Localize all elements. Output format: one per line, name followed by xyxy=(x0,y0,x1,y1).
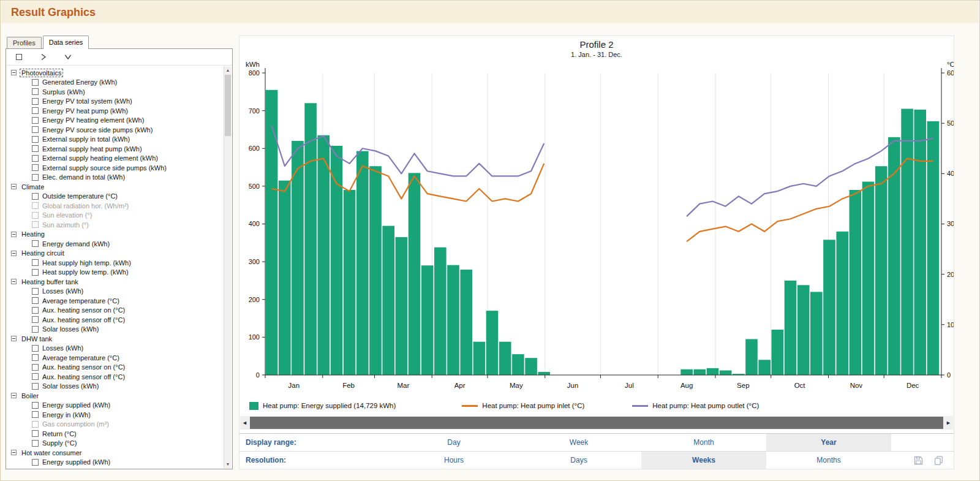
checkbox[interactable] xyxy=(32,402,39,409)
tab-data-series[interactable]: Data series xyxy=(43,36,89,49)
checkbox[interactable] xyxy=(32,259,39,266)
tree-group-label[interactable]: DHW tank xyxy=(20,335,53,343)
tree-item[interactable]: Average temperature (°C) xyxy=(9,296,224,306)
checkbox[interactable] xyxy=(32,155,39,162)
tree-item[interactable]: Energy PV heat pump (kWh) xyxy=(9,106,224,116)
checkbox[interactable] xyxy=(32,240,39,247)
checkbox[interactable] xyxy=(32,430,39,437)
scroll-down-icon[interactable]: ▼ xyxy=(224,460,232,468)
checkbox[interactable] xyxy=(32,145,39,152)
checkbox[interactable] xyxy=(32,440,39,447)
tree-scrollbar[interactable]: ▲ ▼ xyxy=(224,66,232,468)
tree-item[interactable]: Gas consumption (m³) xyxy=(9,420,224,430)
horizontal-scrollbar-thumb[interactable] xyxy=(250,417,943,429)
checkbox[interactable] xyxy=(32,288,39,295)
tree-group-label[interactable]: Heating xyxy=(20,230,46,238)
tree-group-row[interactable]: Climate xyxy=(9,182,224,192)
checkbox[interactable] xyxy=(32,345,39,352)
tree-item[interactable]: Sun azimuth (°) xyxy=(9,220,224,230)
tree-item[interactable]: Heat supply high temp. (kWh) xyxy=(9,258,224,268)
option-months[interactable]: Months xyxy=(766,452,891,469)
tree-item[interactable]: Losses (kWh) xyxy=(9,344,224,354)
checkbox[interactable] xyxy=(32,174,39,181)
tree-group-label[interactable]: Heating circuit xyxy=(20,249,66,257)
option-weeks[interactable]: Weeks xyxy=(641,452,766,469)
option-week[interactable]: Week xyxy=(516,434,641,451)
tree-group-row[interactable]: Hot water consumer xyxy=(9,448,224,458)
checkbox[interactable] xyxy=(32,126,39,133)
checkbox[interactable] xyxy=(32,326,39,333)
checkbox[interactable] xyxy=(32,373,39,380)
scroll-left-icon[interactable]: ◄ xyxy=(240,416,249,430)
checkbox[interactable] xyxy=(32,164,39,171)
checkbox[interactable] xyxy=(32,269,39,276)
tree-group-row[interactable]: Heating xyxy=(9,230,224,240)
checkbox[interactable] xyxy=(32,193,39,200)
collapse-expander-icon[interactable] xyxy=(11,184,17,189)
collapse-expander-icon[interactable] xyxy=(11,70,17,75)
tree-item[interactable]: External supply source side pumps (kWh) xyxy=(9,163,224,173)
tree-group-label[interactable]: Photovoltaics xyxy=(20,69,62,77)
checkbox[interactable] xyxy=(32,98,39,105)
tab-profiles[interactable]: Profiles xyxy=(7,37,42,48)
checkbox[interactable] xyxy=(32,383,39,390)
tree-item[interactable]: Energy PV heating element (kWh) xyxy=(9,116,224,126)
tree-item[interactable]: Generated Energy (kWh) xyxy=(9,78,224,88)
collapse-expander-icon[interactable] xyxy=(11,279,17,284)
tree-item[interactable]: Energy PV source side pumps (kWh) xyxy=(9,125,224,135)
tree-item[interactable]: Solar losses (kWh) xyxy=(9,382,224,392)
collapse-expander-icon[interactable] xyxy=(11,251,17,256)
save-icon[interactable] xyxy=(913,455,924,466)
tree-item[interactable]: Outside temperature (°C) xyxy=(9,192,224,202)
option-year[interactable]: Year xyxy=(766,434,891,451)
tree-item[interactable]: Heat supply low temp. (kWh) xyxy=(9,268,224,278)
tree-item[interactable]: Aux. heating sensor off (°C) xyxy=(9,315,224,325)
tree-group-row[interactable]: Heating buffer tank xyxy=(9,277,224,287)
tree-item[interactable]: Solar losses (kWh) xyxy=(9,325,224,335)
tree-item[interactable]: Energy supplied (kWh) xyxy=(9,458,224,468)
tree-group-row[interactable]: DHW tank xyxy=(9,334,224,344)
tree-item[interactable]: Supply (°C) xyxy=(9,439,224,449)
checkbox[interactable] xyxy=(32,297,39,304)
tree-group-row[interactable]: Boiler xyxy=(9,391,224,401)
collapse-expander-icon[interactable] xyxy=(11,336,17,341)
tree-item[interactable]: Energy PV total system (kWh) xyxy=(9,97,224,107)
checkbox[interactable] xyxy=(32,136,39,143)
option-day[interactable]: Day xyxy=(391,434,516,451)
tree-scrollbar-thumb[interactable] xyxy=(225,75,231,136)
checkbox[interactable] xyxy=(32,459,39,466)
option-hours[interactable]: Hours xyxy=(391,452,516,469)
tree-item[interactable]: Elec. demand in total (kWh) xyxy=(9,173,224,183)
tree-item[interactable]: Sun elevation (°) xyxy=(9,211,224,221)
tree-item[interactable]: Aux. heating sensor on (°C) xyxy=(9,363,224,373)
option-month[interactable]: Month xyxy=(641,434,766,451)
tree-item[interactable]: Energy demand (kWh) xyxy=(9,239,224,249)
checkbox[interactable] xyxy=(32,316,39,323)
scroll-right-icon[interactable]: ► xyxy=(944,416,953,430)
checkbox[interactable] xyxy=(32,411,39,418)
tree-group-label[interactable]: Hot water consumer xyxy=(20,449,83,456)
tree-group-row[interactable]: Photovoltaics xyxy=(9,68,224,78)
tree-item[interactable]: Aux. heating sensor on (°C) xyxy=(9,306,224,316)
tree-item[interactable]: External supply heat pump (kWh) xyxy=(9,144,224,154)
tree-item[interactable]: Energy in (kWh) xyxy=(9,410,224,420)
tree-item[interactable]: Aux. heating sensor off (°C) xyxy=(9,372,224,382)
option-days[interactable]: Days xyxy=(516,452,641,469)
collapse-expander-icon[interactable] xyxy=(11,232,17,237)
collapse-expander-icon[interactable] xyxy=(11,450,17,455)
toggle-checkboxes-button[interactable] xyxy=(13,51,24,62)
tree-item[interactable]: Average temperature (°C) xyxy=(9,353,224,363)
tree-group-row[interactable]: Heating circuit xyxy=(9,249,224,259)
checkbox[interactable] xyxy=(32,364,39,371)
collapse-expander-icon[interactable] xyxy=(11,393,17,398)
scroll-up-icon[interactable]: ▲ xyxy=(224,66,232,74)
checkbox[interactable] xyxy=(32,307,39,314)
copy-icon[interactable] xyxy=(933,455,944,466)
chart-horizontal-scrollbar[interactable]: ◄ ► xyxy=(240,416,953,430)
checkbox[interactable] xyxy=(32,79,39,86)
tree-group-label[interactable]: Heating buffer tank xyxy=(20,278,80,286)
tree-item[interactable]: External supply in total (kWh) xyxy=(9,135,224,145)
tree-group-label[interactable]: Climate xyxy=(20,183,45,191)
expand-button[interactable] xyxy=(38,51,49,62)
checkbox[interactable] xyxy=(32,107,39,114)
